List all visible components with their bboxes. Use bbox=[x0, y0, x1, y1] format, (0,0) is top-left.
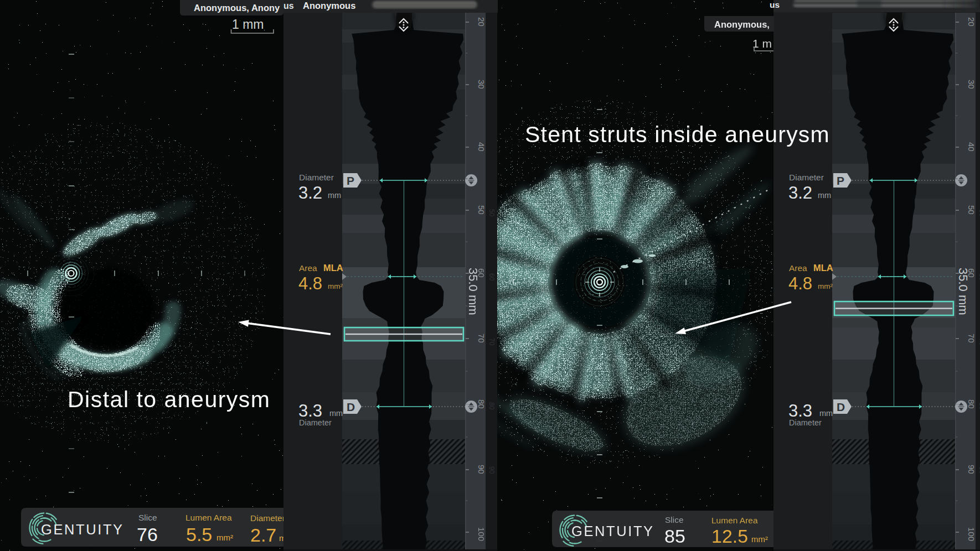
svg-text:2.7: 2.7 bbox=[250, 524, 276, 545]
svg-text:Slice: Slice bbox=[138, 513, 157, 522]
svg-text:GENTUITY: GENTUITY bbox=[41, 522, 124, 537]
svg-text:5.5: 5.5 bbox=[186, 524, 212, 545]
svg-text:Stent struts inside aneurysm: Stent struts inside aneurysm bbox=[525, 122, 830, 147]
svg-text:Distal to aneurysm: Distal to aneurysm bbox=[68, 387, 271, 412]
svg-text:76: 76 bbox=[137, 524, 158, 545]
svg-text:Anonymous,: Anonymous, bbox=[714, 19, 770, 29]
svg-text:Anonymous, Anony: Anonymous, Anony bbox=[194, 3, 280, 13]
svg-text:Diameter: Diameter bbox=[250, 513, 285, 523]
svg-text:us: us bbox=[283, 1, 294, 11]
svg-text:85: 85 bbox=[664, 526, 685, 547]
svg-text:Lumen Area: Lumen Area bbox=[711, 516, 758, 525]
svg-text:Anonymous: Anonymous bbox=[303, 1, 355, 11]
svg-text:mm²: mm² bbox=[216, 533, 233, 542]
svg-text:GENTUITY: GENTUITY bbox=[571, 523, 654, 539]
svg-text:12.5: 12.5 bbox=[711, 526, 748, 547]
svg-text:1 m: 1 m bbox=[752, 37, 772, 50]
svg-text:us: us bbox=[770, 0, 780, 9]
svg-text:1 mm: 1 mm bbox=[232, 17, 264, 32]
svg-text:Slice: Slice bbox=[665, 515, 684, 524]
svg-text:mm²: mm² bbox=[751, 534, 768, 544]
svg-text:Lumen Area: Lumen Area bbox=[185, 513, 232, 522]
